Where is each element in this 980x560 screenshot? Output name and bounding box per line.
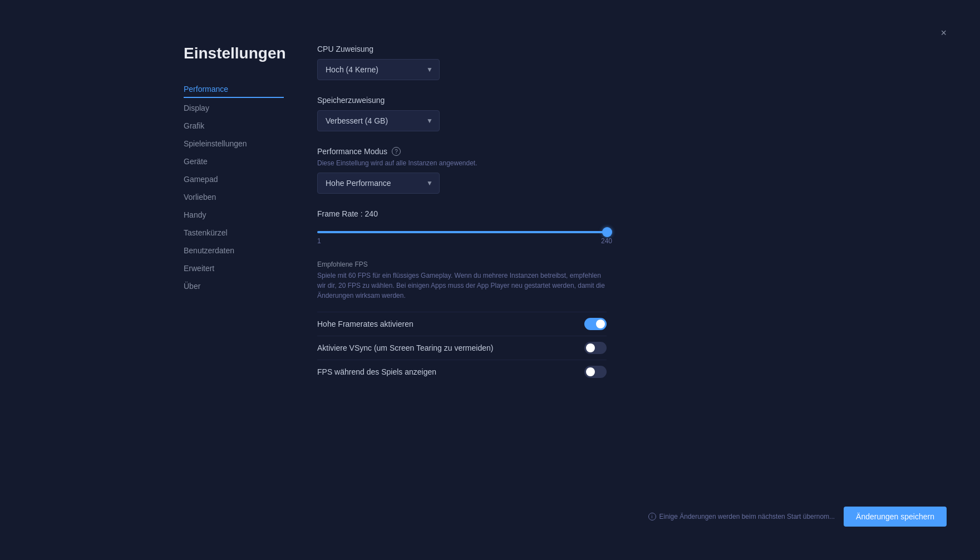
performance-mode-sublabel: Diese Einstellung wird auf alle Instanze… [317, 159, 607, 167]
sidebar-item-benutzerdaten[interactable]: Benutzerdaten [184, 242, 284, 259]
performance-mode-header: Performance Modus ? [317, 147, 607, 156]
footer-bar: i Einige Änderungen werden beim nächsten… [184, 507, 947, 527]
footer-note-text: Einige Änderungen werden beim nächsten S… [659, 513, 835, 520]
toggle-fps-display-row: FPS während des Spiels anzeigen [317, 360, 607, 384]
frame-rate-section: Frame Rate : 240 1 240 [317, 209, 607, 245]
page-title: Einstellungen [184, 45, 284, 62]
slider-wrapper: 1 240 [317, 226, 612, 245]
sidebar-item-spieleinstellungen[interactable]: Spieleinstellungen [184, 135, 284, 153]
toggle-high-framerate-label: Hohe Framerates aktivieren [317, 320, 413, 328]
cpu-dropdown[interactable]: Niedrig (1 Kern) Mittel (2 Kerne) Hoch (… [317, 59, 440, 80]
toggle-vsync-slider [584, 342, 607, 354]
sidebar-item-handy[interactable]: Handy [184, 206, 284, 224]
slider-min-label: 1 [317, 237, 321, 245]
footer-note: i Einige Änderungen werden beim nächsten… [648, 513, 835, 520]
toggle-fps-display-switch[interactable] [584, 366, 607, 378]
sidebar-item-grafik[interactable]: Grafik [184, 117, 284, 135]
toggle-high-framerate-row: Hohe Framerates aktivieren [317, 312, 607, 336]
memory-dropdown[interactable]: Standard (1 GB) Niedrig (2 GB) Mittel (3… [317, 110, 440, 131]
sidebar-item-tastenkuerzel[interactable]: Tastenkürzel [184, 224, 284, 242]
footer-info-icon: i [648, 513, 656, 520]
toggle-fps-display-knob [586, 367, 595, 376]
sidebar-item-display[interactable]: Display [184, 99, 284, 117]
sidebar-item-ueber[interactable]: Über [184, 277, 284, 295]
cpu-label: CPU Zuweisung [317, 45, 607, 53]
fps-recommend-title: Empfohlene FPS [317, 261, 607, 268]
help-icon[interactable]: ? [392, 147, 401, 156]
frame-rate-label: Frame Rate : 240 [317, 209, 607, 218]
toggle-fps-display-label: FPS während des Spiels anzeigen [317, 367, 436, 376]
toggle-high-framerate-switch[interactable] [584, 318, 607, 330]
toggle-fps-display-slider [584, 366, 607, 378]
frame-rate-slider[interactable] [317, 231, 612, 233]
toggle-vsync-label: Aktiviere VSync (um Screen Tearing zu ve… [317, 343, 493, 352]
performance-mode-label: Performance Modus [317, 147, 387, 156]
sidebar-item-performance[interactable]: Performance [184, 80, 284, 98]
slider-labels: 1 240 [317, 237, 612, 245]
sidebar-item-geraete[interactable]: Geräte [184, 153, 284, 170]
fps-recommend-text: Spiele mit 60 FPS für ein flüssiges Game… [317, 271, 607, 301]
sidebar-item-gamepad[interactable]: Gamepad [184, 170, 284, 188]
toggle-high-framerate-knob [596, 320, 605, 328]
memory-section: Speicherzuweisung Standard (1 GB) Niedri… [317, 96, 607, 131]
toggle-vsync-switch[interactable] [584, 342, 607, 354]
fps-recommend-section: Empfohlene FPS Spiele mit 60 FPS für ein… [317, 261, 607, 301]
close-button[interactable]: × [940, 28, 947, 38]
sidebar: Performance Display Grafik Spieleinstell… [184, 80, 284, 295]
performance-mode-dropdown[interactable]: Ausgewogen Energiesparen Hohe Performanc… [317, 173, 440, 194]
performance-mode-section: Performance Modus ? Diese Einstellung wi… [317, 147, 607, 194]
cpu-section: CPU Zuweisung Niedrig (1 Kern) Mittel (2… [317, 45, 607, 80]
sidebar-item-erweitert[interactable]: Erweitert [184, 259, 284, 277]
memory-select-wrapper: Standard (1 GB) Niedrig (2 GB) Mittel (3… [317, 110, 440, 131]
main-content: CPU Zuweisung Niedrig (1 Kern) Mittel (2… [284, 45, 607, 384]
performance-mode-select-wrapper: Ausgewogen Energiesparen Hohe Performanc… [317, 173, 440, 194]
save-button[interactable]: Änderungen speichern [844, 507, 947, 527]
memory-label: Speicherzuweisung [317, 96, 607, 105]
sidebar-item-vorlieben[interactable]: Vorlieben [184, 188, 284, 206]
cpu-select-wrapper: Niedrig (1 Kern) Mittel (2 Kerne) Hoch (… [317, 59, 440, 80]
slider-max-label: 240 [601, 237, 612, 245]
toggle-vsync-row: Aktiviere VSync (um Screen Tearing zu ve… [317, 336, 607, 360]
toggle-high-framerate-slider [584, 318, 607, 330]
toggle-vsync-knob [586, 343, 595, 352]
